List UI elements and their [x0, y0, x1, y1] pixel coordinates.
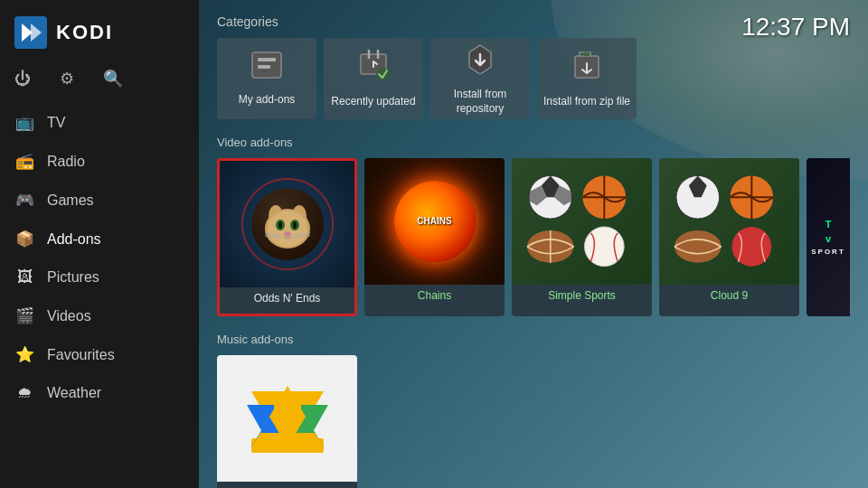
recently-updated-label: Recently updated — [331, 95, 415, 109]
sidebar-item-radio[interactable]: 📻 Radio — [0, 142, 199, 181]
sidebar: KODI ⏻ ⚙ 🔍 📺 TV 📻 Radio 🎮 Games 📦 Add-on… — [0, 0, 199, 488]
videos-icon: 🎬 — [14, 306, 34, 325]
chains-thumb: CHAINS — [364, 158, 505, 285]
sidebar-item-weather[interactable]: 🌧 Weather — [0, 374, 199, 412]
search-icon[interactable]: 🔍 — [103, 69, 123, 89]
cloud-9-thumb — [659, 158, 799, 285]
music-addons-title: Music add-ons — [217, 333, 850, 346]
power-icon[interactable]: ⏻ — [14, 70, 31, 89]
sidebar-action-icons: ⏻ ⚙ 🔍 — [0, 61, 199, 103]
svg-rect-5 — [258, 65, 270, 69]
svg-marker-46 — [251, 433, 324, 447]
addon-simple-sports[interactable]: Simple Sports — [512, 158, 652, 316]
sidebar-item-pictures[interactable]: 🖼 Pictures — [0, 258, 199, 296]
addon-gdrive[interactable]: Google Drive — [217, 355, 357, 488]
categories-row: My add-ons Recently updated — [217, 38, 850, 119]
pictures-icon: 🖼 — [14, 268, 34, 286]
sidebar-header: KODI — [0, 0, 199, 61]
chains-label: Chains — [364, 285, 505, 306]
music-addons-row: Google Drive — [217, 355, 850, 488]
chains-fireball: CHAINS — [394, 181, 476, 262]
settings-icon[interactable]: ⚙ — [60, 69, 74, 89]
sidebar-item-addons[interactable]: 📦 Add-ons — [0, 220, 199, 258]
games-icon: 🎮 — [14, 191, 34, 210]
addon-chains[interactable]: CHAINS Chains — [364, 158, 505, 316]
category-recently-updated[interactable]: Recently updated — [324, 38, 423, 119]
svg-rect-4 — [258, 58, 276, 61]
sidebar-label-videos: Videos — [47, 308, 91, 324]
addon-cloud-9[interactable]: Cloud 9 — [659, 158, 799, 316]
simple-sports-label: Simple Sports — [512, 285, 652, 306]
category-install-from-zip[interactable]: Install from zip file — [537, 38, 637, 119]
recently-updated-icon — [357, 49, 390, 88]
install-from-zip-label: Install from zip file — [543, 95, 630, 109]
install-from-repo-label: Install from repository — [430, 88, 530, 116]
gdrive-label: Google Drive — [217, 482, 357, 488]
cloud-9-label: Cloud 9 — [659, 285, 799, 306]
weather-icon: 🌧 — [14, 384, 34, 402]
sidebar-item-games[interactable]: 🎮 Games — [0, 181, 199, 220]
sidebar-label-addons: Add-ons — [47, 231, 101, 248]
svg-point-35 — [675, 230, 722, 263]
my-addons-label: My add-ons — [239, 93, 296, 108]
gdrive-thumb — [217, 355, 357, 482]
sidebar-label-tv: TV — [47, 115, 65, 131]
favourites-icon: ⭐ — [14, 345, 34, 364]
video-addons-row: ANOTHER F'IN ADDON — [217, 158, 850, 316]
svg-point-36 — [731, 227, 771, 267]
tv-icon: 📺 — [14, 113, 34, 132]
sidebar-label-pictures: Pictures — [47, 269, 99, 286]
sidebar-item-videos[interactable]: 🎬 Videos — [0, 296, 199, 335]
sidebar-label-favourites: Favourites — [47, 347, 115, 363]
category-install-from-repo[interactable]: Install from repository — [430, 38, 530, 119]
svg-point-10 — [242, 179, 333, 269]
sidebar-label-radio: Radio — [47, 154, 85, 170]
my-addons-icon — [250, 51, 283, 86]
simple-sports-thumb — [512, 158, 652, 285]
video-addons-title: Video add-ons — [217, 136, 850, 149]
install-from-repo-icon — [464, 42, 496, 80]
odds-n-ends-label: Odds N' Ends — [220, 287, 354, 309]
category-my-addons[interactable]: My add-ons — [217, 38, 316, 119]
radio-icon: 📻 — [14, 152, 34, 171]
sidebar-nav: 📺 TV 📻 Radio 🎮 Games 📦 Add-ons 🖼 Picture… — [0, 103, 199, 488]
addons-icon: 📦 — [14, 230, 34, 249]
sidebar-item-favourites[interactable]: ⭐ Favourites — [0, 335, 199, 374]
time-display: 12:37 PM — [741, 13, 850, 42]
odds-n-ends-thumb: ANOTHER F'IN ADDON — [220, 161, 354, 287]
sidebar-label-weather: Weather — [47, 385, 101, 401]
sidebar-label-games: Games — [47, 192, 94, 209]
app-title: KODI — [56, 21, 113, 44]
sidebar-item-tv[interactable]: 📺 TV — [0, 103, 199, 142]
kodi-logo-icon — [14, 16, 47, 49]
svg-point-31 — [584, 227, 624, 267]
install-from-zip-icon — [571, 49, 603, 88]
svg-rect-9 — [584, 52, 590, 56]
main-content-area: 12:37 PM Categories My add-ons — [199, 0, 868, 488]
scrollable-content[interactable]: Categories My add-ons — [199, 0, 868, 488]
addon-odds-n-ends[interactable]: ANOTHER F'IN ADDON — [217, 158, 357, 316]
addon-tv-sport-partial[interactable]: T v SPORT — [807, 158, 850, 316]
